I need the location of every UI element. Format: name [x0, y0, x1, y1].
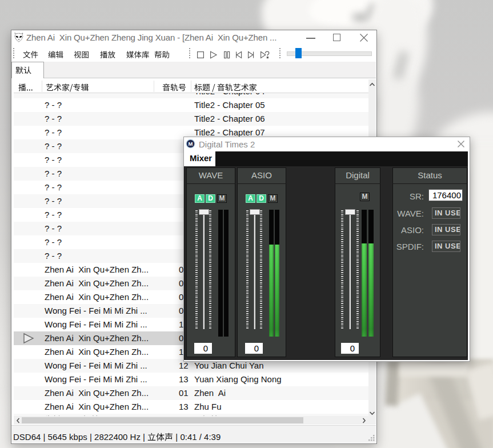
svg-text:M: M	[189, 141, 193, 147]
